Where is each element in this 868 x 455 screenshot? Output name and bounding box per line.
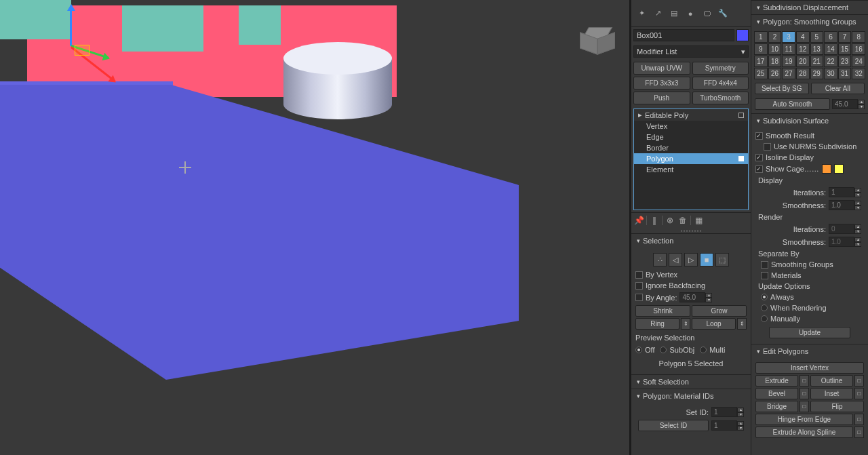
move-gizmo[interactable]	[58, 5, 132, 80]
insert-vertex-button[interactable]: Insert Vertex	[755, 362, 864, 374]
bevel-settings-icon[interactable]: □	[800, 388, 809, 399]
bevel-button[interactable]: Bevel	[755, 388, 798, 399]
motion-tab-icon[interactable]: ●	[683, 6, 698, 21]
show-cage-checkbox[interactable]	[755, 165, 763, 173]
bridge-button[interactable]: Bridge	[755, 401, 798, 412]
by-vertex-checkbox[interactable]	[635, 271, 643, 279]
stack-vertex[interactable]: Vertex	[634, 121, 748, 132]
update-when-rendering-radio[interactable]	[761, 304, 768, 311]
polygon-subobj-icon[interactable]: ■	[700, 253, 713, 266]
auto-smooth-button[interactable]: Auto Smooth	[755, 98, 830, 110]
sg-cell-28[interactable]: 28	[796, 68, 810, 79]
sg-cell-5[interactable]: 5	[810, 31, 824, 43]
preview-off-radio[interactable]	[635, 347, 642, 353]
loop-spinner[interactable]: ⇕	[737, 318, 747, 330]
smooth-result-checkbox[interactable]	[755, 132, 763, 140]
sg-cell-3[interactable]: 3	[782, 31, 795, 43]
sg-cell-19[interactable]: 19	[782, 56, 795, 67]
select-id-button[interactable]: Select ID	[638, 420, 709, 431]
update-manually-radio[interactable]	[761, 315, 768, 322]
show-end-result-icon[interactable]: ‖	[649, 215, 660, 226]
sg-cell-29[interactable]: 29	[810, 68, 824, 79]
sg-cell-10[interactable]: 10	[768, 43, 782, 55]
vertex-subobj-icon[interactable]: ∴	[653, 253, 667, 266]
sg-cell-30[interactable]: 30	[824, 68, 837, 79]
sg-cell-8[interactable]: 8	[852, 31, 865, 43]
display-iterations-input[interactable]	[829, 187, 854, 197]
select-id-input[interactable]	[711, 420, 737, 431]
render-iterations-input[interactable]	[829, 224, 854, 234]
hinge-settings-icon[interactable]: □	[854, 414, 864, 425]
hinge-from-edge-button[interactable]: Hinge From Edge	[755, 414, 853, 425]
subdivision-surface-header[interactable]: Subdivision Surface	[751, 114, 868, 127]
use-nurms-checkbox[interactable]	[764, 143, 771, 151]
object-color-swatch[interactable]	[736, 29, 749, 41]
selection-rollout-header[interactable]: Selection	[631, 234, 751, 248]
clear-all-button[interactable]: Clear All	[811, 83, 865, 94]
hierarchy-tab-icon[interactable]: ▤	[667, 6, 682, 21]
sg-cell-11[interactable]: 11	[782, 43, 795, 55]
loop-button[interactable]: Loop	[692, 318, 736, 330]
bridge-settings-icon[interactable]: □	[800, 401, 809, 412]
update-always-radio[interactable]	[761, 294, 768, 300]
push-button[interactable]: Push	[633, 92, 690, 104]
remove-modifier-icon[interactable]: 🗑	[677, 215, 688, 226]
viewport[interactable]	[0, 0, 631, 455]
utilities-tab-icon[interactable]: 🔧	[715, 6, 730, 21]
preview-multi-radio[interactable]	[700, 347, 707, 353]
sg-cell-22[interactable]: 22	[824, 56, 837, 67]
ignore-backfacing-checkbox[interactable]	[635, 282, 643, 290]
ffd-4x4x4-button[interactable]: FFD 4x4x4	[692, 77, 749, 90]
sg-cell-31[interactable]: 31	[838, 68, 852, 79]
gizmo-z-axis[interactable]	[70, 5, 72, 46]
modify-tab-icon[interactable]: ↗	[650, 6, 665, 21]
preview-subobj-radio[interactable]	[660, 347, 667, 353]
outline-settings-icon[interactable]: □	[854, 375, 864, 387]
sg-cell-1[interactable]: 1	[754, 31, 768, 43]
sep-smoothing-groups-checkbox[interactable]	[761, 261, 768, 269]
sg-cell-12[interactable]: 12	[796, 43, 810, 55]
smoothing-groups-header[interactable]: Polygon: Smoothing Groups	[751, 15, 868, 28]
inset-settings-icon[interactable]: □	[854, 388, 864, 399]
sg-cell-23[interactable]: 23	[838, 56, 852, 67]
sg-cell-13[interactable]: 13	[810, 43, 824, 55]
sg-cell-15[interactable]: 15	[838, 43, 852, 55]
edge-subobj-icon[interactable]: ◁	[669, 253, 682, 266]
isoline-display-checkbox[interactable]	[755, 154, 763, 161]
outline-button[interactable]: Outline	[810, 375, 853, 387]
ring-button[interactable]: Ring	[635, 318, 679, 330]
sg-cell-9[interactable]: 9	[754, 43, 768, 55]
create-tab-icon[interactable]: ✦	[634, 6, 649, 21]
sg-cell-21[interactable]: 21	[810, 56, 824, 67]
gizmo-plane[interactable]	[75, 45, 90, 56]
subdivision-displacement-header[interactable]: Subdivision Displacement	[751, 1, 868, 14]
cage-color-2[interactable]	[834, 164, 844, 174]
material-ids-header[interactable]: Polygon: Material IDs	[631, 389, 751, 403]
sg-cell-16[interactable]: 16	[852, 43, 865, 55]
symmetry-button[interactable]: Symmetry	[692, 62, 749, 75]
display-tab-icon[interactable]: 🖵	[699, 6, 714, 21]
sg-cell-2[interactable]: 2	[768, 31, 782, 43]
shrink-button[interactable]: Shrink	[635, 305, 690, 317]
grow-button[interactable]: Grow	[692, 305, 747, 317]
stack-edge[interactable]: Edge	[634, 132, 748, 142]
stack-border[interactable]: Border	[634, 142, 748, 153]
extrude-along-spline-button[interactable]: Extrude Along Spline	[755, 427, 853, 438]
inset-button[interactable]: Inset	[810, 388, 853, 399]
element-subobj-icon[interactable]: ⬚	[715, 253, 729, 266]
sg-cell-7[interactable]: 7	[838, 31, 852, 43]
extrude-settings-icon[interactable]: □	[800, 375, 809, 387]
ffd-3x3x3-button[interactable]: FFD 3x3x3	[633, 77, 690, 90]
sg-cell-25[interactable]: 25	[754, 68, 768, 79]
by-angle-checkbox[interactable]	[635, 294, 643, 301]
unwrap-uvw-button[interactable]: Unwrap UVW	[633, 62, 690, 75]
configure-sets-icon[interactable]: ▦	[693, 215, 704, 226]
stack-element[interactable]: Element	[634, 164, 748, 175]
soft-selection-header[interactable]: Soft Selection	[631, 375, 751, 389]
sg-cell-18[interactable]: 18	[768, 56, 782, 67]
make-unique-icon[interactable]: ⊗	[665, 215, 675, 226]
edit-polygons-header[interactable]: Edit Polygons	[751, 344, 868, 358]
sg-cell-14[interactable]: 14	[824, 43, 837, 55]
set-id-input[interactable]	[711, 407, 737, 417]
turbosmooth-button[interactable]: TurboSmooth	[692, 92, 749, 104]
